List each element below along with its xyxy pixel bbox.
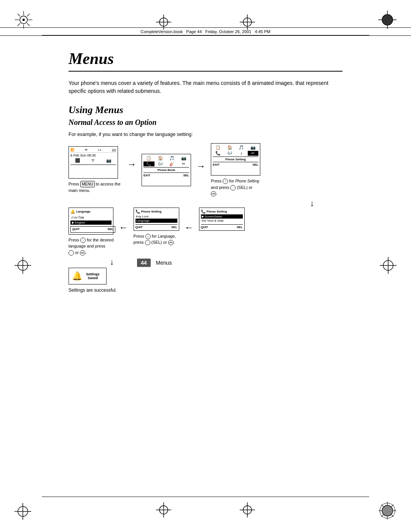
screen3-icons-top: 📋 🏠 🎵 📷 [213, 145, 258, 150]
caption-screen4: Press ↕ for Language, press · (SEL) or o… [134, 233, 176, 246]
screen4-language: Language [135, 219, 177, 223]
bottom-center-marks [156, 502, 255, 518]
screen6-item2-english: English [70, 220, 112, 225]
reg-mark-top-right [378, 11, 397, 30]
chapter-title: Menus [68, 50, 342, 72]
diagram-bottom-row: 🔔 Settings Saved Settings are successful… [68, 268, 342, 294]
caption-screen1: Press MENU to access the main menu. [68, 181, 122, 194]
reg-mark-bottom-right [378, 502, 397, 521]
svg-point-1 [22, 19, 25, 21]
nav-btn-1: ↕ [223, 179, 228, 184]
screen4-bottom: QUIT SEL [135, 224, 177, 229]
screen2-icons-bottom: 📞 🎶 🎸 ✂ [143, 161, 189, 166]
screen4-quit: QUIT [135, 225, 143, 229]
diagram-middle-row: 🔔 Language ภาษาไทย English QUIT SEL Pres… [68, 208, 342, 256]
screen6-title: 🔔 Language [70, 209, 112, 214]
screen5-quit: QUIT [201, 225, 208, 229]
settings-saved-line1: Settings [86, 272, 100, 276]
settings-saved: 🔔 Settings Saved [68, 268, 107, 284]
reg-mark-mid-right [380, 257, 397, 275]
diagram-cell-screen2: 📋 🏠 🎵 📷 📞 🎶 🎸 ✂ Phone Book [142, 154, 191, 186]
ok-btn-1: ok [211, 191, 216, 197]
reg-mark-mid-left [14, 257, 31, 275]
page-number: 44 [137, 259, 151, 267]
diagram-cell-screen3: 📋 🏠 🎵 📷 📞 🎶 ♪ ✂ Phone Setting [211, 143, 260, 197]
section-title-using-menus: Using Menus [68, 104, 342, 116]
subsection-title: Normal Access to an Option [68, 118, 342, 127]
arrow-right-2: → [196, 161, 206, 179]
screen3-icons-bottom: 📞 🎶 ♪ ✂ [213, 151, 258, 156]
screen3-title-label: Phone Setting [213, 157, 258, 161]
screen2-icons-top: 📋 🏠 🎵 📷 [143, 156, 189, 161]
ok-btn-4: ok [168, 240, 174, 245]
svg-line-8 [27, 14, 30, 16]
main-content: Menus Your phone's menus cover a variety… [68, 50, 342, 294]
diagram-cell-screen4: 📞 Phone Setting Key Lock Language QUIT S… [134, 208, 179, 246]
settings-icon: 🔔 [72, 271, 82, 281]
down-arrow-1: ↓ [287, 199, 337, 208]
diagram-cell-screen6: 🔔 Language ภาษาไทย English QUIT SEL Pres… [68, 208, 114, 256]
screen6-item1: ภาษาไทย [70, 215, 112, 220]
ok-btn-6: ok [80, 250, 85, 256]
page: CompleteVersion.book Page 44 Friday, Oct… [0, 0, 411, 532]
down-arrow-container-1: ↓ [68, 199, 342, 208]
reg-mark-top-left [14, 11, 33, 30]
caption-saved: Settings are successful. [68, 287, 117, 294]
settings-saved-line2: Saved [86, 276, 100, 280]
screen6-sel: SEL [107, 227, 113, 231]
header-day: Friday, October 26, 2001 [206, 29, 252, 34]
screen3-exit: EXIT [213, 163, 220, 166]
nav-btn-6: ↕ [80, 238, 86, 243]
intro-text: Your phone's menus cover a variety of fe… [68, 79, 342, 95]
svg-line-9 [18, 23, 20, 26]
svg-line-6 [18, 14, 20, 16]
screen5-sel: SEL [237, 225, 243, 229]
arrow-left-1: ← [119, 222, 128, 240]
screen6-quit: QUIT [72, 227, 80, 231]
svg-point-22 [382, 505, 393, 516]
caption-screen3: Press ↕ for Phone Setting and press · (S… [211, 178, 259, 197]
bottom-rule [42, 497, 369, 497]
screen1: 📶 ✉ L1 [|||] 6 Feb Sun 08:30 ⬛ 〒 📷 [68, 146, 118, 179]
down-arrow-2: ↓ [89, 258, 134, 266]
screen5: 📞 Phone Setting ScreenSaver Set Time & D… [199, 208, 245, 231]
screen1-status: 📶 ✉ L1 [|||] [70, 148, 116, 153]
diagram-cell-screen5: 📞 Phone Setting ScreenSaver Set Time & D… [199, 208, 245, 231]
arrow-right-1: → [127, 159, 136, 181]
top-center-marks [156, 14, 255, 30]
screen3-bottom: EXIT SEL [213, 162, 258, 166]
svg-line-7 [27, 23, 30, 26]
example-text: For example, if you want to change the l… [68, 131, 342, 137]
diagram-cell-saved: 🔔 Settings Saved Settings are successful… [68, 268, 117, 294]
screen2-sel: SEL [183, 174, 189, 177]
header-file: CompleteVersion.book [140, 29, 183, 34]
screen2-bottom: EXIT SEL [143, 173, 189, 177]
footer-label: Menus [156, 260, 172, 266]
screen4-title: 📞 Phone Setting [135, 209, 177, 214]
screen3-sel: SEL [252, 163, 258, 166]
screen1-date: 6 Feb Sun 08:30 [70, 153, 116, 157]
sel-btn-1: · [230, 185, 236, 190]
caption-screen6: Press ↕ for the desired language and pre… [68, 237, 114, 256]
header-page: Page 44 [186, 29, 202, 34]
nav-btn-4: ↕ [145, 234, 151, 239]
screen1-icons: ⬛ 〒 📷 [70, 158, 116, 164]
reg-mark-bottom-left [14, 503, 31, 521]
screen1-bottom [70, 165, 116, 166]
screen4: 📞 Phone Setting Key Lock Language QUIT S… [134, 208, 179, 231]
page-footer: 44 Menus [137, 259, 274, 267]
arrow-left-2: ← [185, 222, 194, 240]
screen5-screensaver: ScreenSaver [201, 214, 243, 219]
svg-point-12 [382, 14, 393, 25]
sel-btn-6: · [68, 250, 74, 256]
screen6: 🔔 Language ภาษาไทย English QUIT SEL [68, 208, 113, 235]
diagrams-wrapper: 📶 ✉ L1 [|||] 6 Feb Sun 08:30 ⬛ 〒 📷 [68, 143, 342, 294]
screen4-sel: SEL [171, 225, 177, 229]
header-time: 4:45 PM [255, 29, 271, 34]
screen5-settime: Set Time & Date [201, 219, 243, 223]
diagram-top-row: 📶 ✉ L1 [|||] 6 Feb Sun 08:30 ⬛ 〒 📷 [68, 143, 342, 197]
menu-key: MENU [80, 181, 94, 187]
top-rule [42, 35, 369, 35]
screen2-exit: EXIT [143, 174, 150, 177]
sel-btn-4: · [145, 240, 150, 245]
